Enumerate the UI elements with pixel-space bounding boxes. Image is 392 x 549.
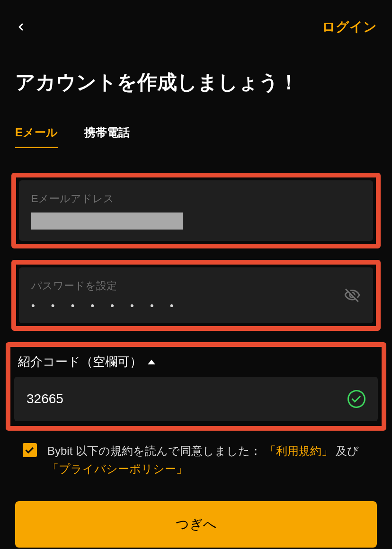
tab-email[interactable]: Eメール	[15, 125, 58, 148]
password-input[interactable]: パスワードを設定 • • • • • • • •	[19, 267, 373, 323]
email-field-group: Eメールアドレス	[11, 173, 381, 248]
caret-up-icon	[148, 360, 155, 364]
email-label: Eメールアドレス	[31, 192, 361, 206]
back-button[interactable]	[15, 21, 27, 33]
referral-toggle[interactable]: 紹介コード（空欄可）	[14, 351, 378, 377]
agreement-connector: 及び	[336, 444, 359, 457]
referral-input[interactable]: 32665	[14, 377, 378, 421]
login-link[interactable]: ログイン	[322, 18, 377, 36]
email-input[interactable]: Eメールアドレス	[19, 180, 373, 241]
terms-link[interactable]: 「利用規約」	[265, 444, 333, 457]
page-title: アカウントを作成しましょう！	[0, 36, 392, 96]
tab-phone[interactable]: 携帯電話	[84, 125, 130, 148]
agreement-row: Bybit 以下の規約を読んで同意しました： 「利用規約」 及び 「プライバシー…	[0, 431, 392, 478]
password-field-group: パスワードを設定 • • • • • • • •	[11, 260, 381, 331]
password-label: パスワードを設定	[31, 279, 361, 293]
referral-label: 紹介コード（空欄可）	[18, 354, 142, 370]
checkmark-icon	[25, 445, 34, 453]
referral-value: 32665	[27, 391, 63, 407]
tabs: Eメール 携帯電話	[0, 96, 392, 148]
agreement-text: Bybit 以下の規約を読んで同意しました： 「利用規約」 及び 「プライバシー…	[47, 442, 369, 478]
agreement-checkbox[interactable]	[23, 443, 37, 457]
next-button[interactable]: つぎへ	[15, 501, 377, 548]
email-value-redacted	[31, 213, 183, 230]
privacy-link[interactable]: 「プライバシーポリシー」	[47, 462, 187, 475]
referral-field-group: 紹介コード（空欄可） 32665	[6, 342, 386, 431]
eye-off-icon[interactable]	[344, 287, 361, 304]
password-masked-value: • • • • • • • •	[31, 300, 361, 312]
agreement-prefix: Bybit 以下の規約を読んで同意しました：	[47, 444, 261, 457]
check-circle-icon	[347, 390, 365, 408]
